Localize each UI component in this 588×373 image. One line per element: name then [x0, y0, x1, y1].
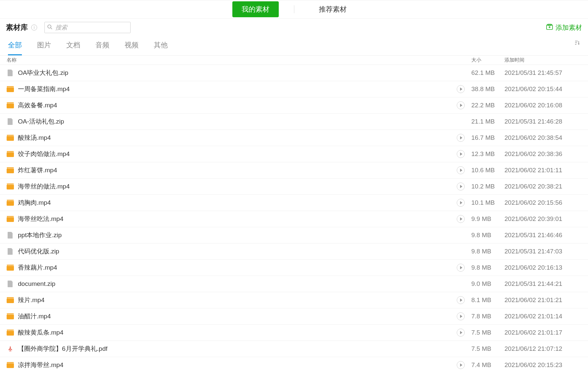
file-name-cell: 饺子肉馅做法.mp4	[0, 150, 457, 158]
play-icon	[460, 315, 462, 318]
play-button[interactable]	[457, 166, 465, 174]
play-button[interactable]	[457, 329, 465, 337]
file-time: 2021/05/31 21:47:03	[502, 248, 588, 255]
file-name-cell: 炸红薯饼.mp4	[0, 166, 457, 175]
video-file-icon	[7, 296, 14, 304]
file-row[interactable]: OA毕业大礼包.zip62.1 MB2021/05/31 21:45:57	[0, 65, 588, 81]
video-file-icon	[7, 361, 14, 369]
filter-tab[interactable]: 图片	[37, 40, 51, 55]
file-name-cell: 鸡胸肉.mp4	[0, 198, 457, 207]
play-button[interactable]	[457, 85, 465, 93]
file-time: 2021/06/02 21:01:11	[502, 167, 588, 174]
file-row[interactable]: 一周备菜指南.mp438.8 MB2021/06/02 20:15:44	[0, 81, 588, 97]
file-row[interactable]: 香辣藕片.mp49.8 MB2021/06/02 20:16:13	[0, 260, 588, 276]
filter-tab[interactable]: 全部	[8, 40, 22, 55]
file-time: 2021/05/31 21:46:46	[502, 232, 588, 239]
topnav-tab[interactable]: 推荐素材	[310, 1, 356, 17]
column-header-time[interactable]: 添加时间	[502, 57, 588, 63]
file-row[interactable]: 代码优化版.zip9.8 MB2021/05/31 21:47:03	[0, 243, 588, 260]
file-name: 饺子肉馅做法.mp4	[18, 150, 70, 158]
play-button[interactable]	[457, 199, 465, 207]
play-button[interactable]	[457, 150, 465, 158]
file-size: 9.8 MB	[469, 232, 502, 239]
file-row[interactable]: 油醋汁.mp47.8 MB2021/06/02 21:01:14	[0, 308, 588, 325]
file-name-cell: 酸辣汤.mp4	[0, 133, 457, 142]
column-header-size[interactable]: 大小	[469, 57, 502, 63]
file-row[interactable]: OA-活动礼包.zip21.1 MB2021/05/31 21:46:28	[0, 114, 588, 130]
add-material-button[interactable]: 添加素材	[546, 23, 582, 32]
file-name: 凉拌海带丝.mp4	[18, 361, 63, 369]
file-name-cell: 海带丝的做法.mp4	[0, 182, 457, 191]
table-header: 名称 大小 添加时间	[0, 56, 588, 65]
pdf-file-icon	[7, 345, 14, 352]
archive-file-icon	[7, 118, 14, 125]
filter-tab[interactable]: 其他	[154, 40, 168, 55]
filter-tab[interactable]: 视频	[125, 40, 139, 55]
file-row[interactable]: 高效备餐.mp422.2 MB2021/06/02 20:16:08	[0, 97, 588, 114]
video-file-icon	[7, 264, 14, 271]
add-material-icon	[546, 24, 553, 31]
play-icon	[460, 266, 462, 269]
topnav-tab[interactable]: 我的素材	[232, 1, 279, 17]
file-row[interactable]: ppt本地作业.zip9.8 MB2021/05/31 21:46:46	[0, 227, 588, 243]
search-icon	[47, 24, 52, 31]
column-header-name[interactable]: 名称	[0, 57, 457, 63]
video-file-icon	[7, 150, 14, 158]
file-name-cell: OA毕业大礼包.zip	[0, 69, 457, 77]
file-time: 2021/05/31 21:45:57	[502, 69, 588, 77]
file-time: 2021/06/02 20:38:54	[502, 134, 588, 141]
file-time: 2021/06/02 20:15:23	[502, 361, 588, 369]
file-size: 16.7 MB	[469, 134, 502, 141]
play-button[interactable]	[457, 296, 465, 304]
play-button[interactable]	[457, 101, 465, 109]
file-name: 香辣藕片.mp4	[18, 263, 57, 272]
play-button[interactable]	[457, 312, 465, 320]
file-row[interactable]: 鸡胸肉.mp410.1 MB2021/06/02 20:15:56	[0, 195, 588, 211]
file-name-cell: ppt本地作业.zip	[0, 231, 457, 240]
file-size: 10.6 MB	[469, 167, 502, 174]
file-name: 一周备菜指南.mp4	[18, 85, 70, 93]
file-size: 9.9 MB	[469, 215, 502, 223]
file-row[interactable]: 海带丝吃法.mp49.9 MB2021/06/02 20:39:01	[0, 211, 588, 227]
file-row[interactable]: 炸红薯饼.mp410.6 MB2021/06/02 21:01:11	[0, 162, 588, 179]
filter-tab[interactable]: 文档	[66, 40, 80, 55]
file-time: 2021/06/02 21:01:17	[502, 329, 588, 336]
file-row[interactable]: document.zip9.0 MB2021/05/31 21:44:21	[0, 276, 588, 292]
sort-icon[interactable]	[574, 40, 580, 47]
file-row[interactable]: 饺子肉馅做法.mp412.3 MB2021/06/02 20:38:36	[0, 146, 588, 162]
file-list: OA毕业大礼包.zip62.1 MB2021/05/31 21:45:57一周备…	[0, 65, 588, 373]
play-button[interactable]	[457, 264, 465, 272]
play-icon	[460, 152, 462, 156]
file-time: 2021/06/02 20:16:08	[502, 102, 588, 109]
file-row[interactable]: 辣片.mp48.1 MB2021/06/02 21:01:21	[0, 292, 588, 308]
file-size: 10.2 MB	[469, 183, 502, 190]
file-row[interactable]: 海带丝的做法.mp410.2 MB2021/06/02 20:38:21	[0, 179, 588, 195]
video-file-icon	[7, 102, 14, 109]
filter-row: 全部图片文档音频视频其他	[0, 36, 588, 56]
file-row[interactable]: 凉拌海带丝.mp47.4 MB2021/06/02 20:15:23	[0, 357, 588, 373]
play-icon	[460, 87, 462, 91]
filter-tab[interactable]: 音频	[95, 40, 109, 55]
play-icon	[460, 217, 462, 221]
file-size: 21.1 MB	[469, 118, 502, 125]
play-icon	[460, 104, 462, 107]
top-nav: 我的素材推荐素材	[0, 0, 588, 19]
file-name: 【圈外商学院】6月开学典礼.pdf	[18, 345, 107, 353]
search-input[interactable]	[44, 22, 131, 33]
info-icon[interactable]: i	[31, 25, 37, 30]
file-name-cell: 凉拌海带丝.mp4	[0, 361, 457, 369]
file-size: 7.8 MB	[469, 313, 502, 320]
play-button[interactable]	[457, 361, 465, 369]
file-size: 38.8 MB	[469, 85, 502, 93]
video-file-icon	[7, 134, 14, 141]
search-wrap	[44, 22, 131, 33]
file-row[interactable]: 【圈外商学院】6月开学典礼.pdf7.5 MB2021/06/12 21:07:…	[0, 341, 588, 357]
file-row[interactable]: 酸辣汤.mp416.7 MB2021/06/02 20:38:54	[0, 130, 588, 146]
file-time: 2021/05/31 21:44:21	[502, 280, 588, 288]
file-name-cell: 海带丝吃法.mp4	[0, 215, 457, 223]
file-row[interactable]: 酸辣黄瓜条.mp47.5 MB2021/06/02 21:01:17	[0, 325, 588, 341]
play-button[interactable]	[457, 134, 465, 142]
play-button[interactable]	[457, 215, 465, 223]
file-name-cell: 【圈外商学院】6月开学典礼.pdf	[0, 345, 457, 353]
play-button[interactable]	[457, 183, 465, 190]
